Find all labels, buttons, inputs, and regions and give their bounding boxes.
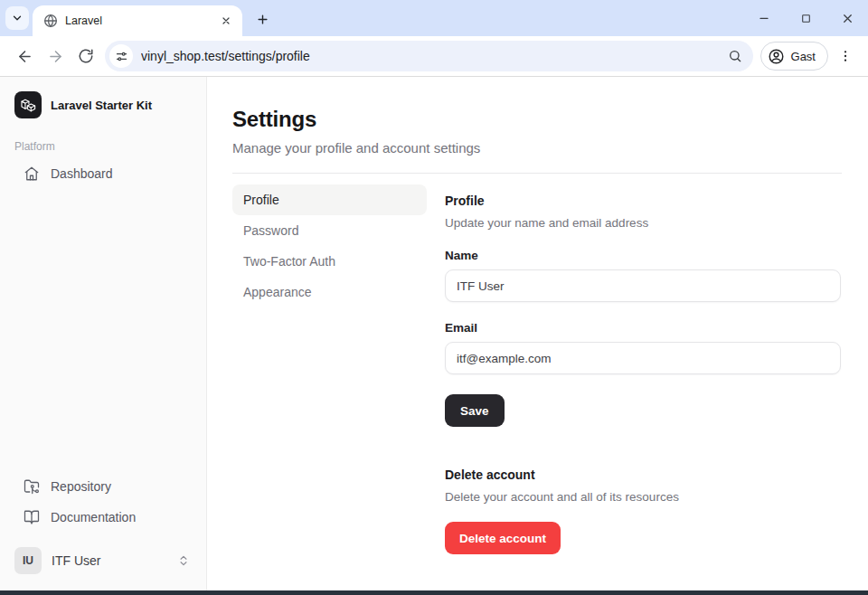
email-label: Email bbox=[445, 321, 841, 335]
tab-title: Laravel bbox=[65, 14, 210, 27]
globe-favicon-icon bbox=[43, 14, 58, 28]
home-icon bbox=[24, 165, 40, 182]
page-subtitle: Manage your profile and account settings bbox=[232, 140, 842, 156]
account-avatar-icon bbox=[768, 48, 785, 65]
taskbar-edge bbox=[0, 590, 868, 595]
profile-label: Gast bbox=[791, 50, 816, 63]
sidebar-user-menu[interactable]: IU ITF User bbox=[9, 542, 197, 580]
delete-account-section: Delete account Delete your account and a… bbox=[445, 468, 841, 554]
sidebar-item-label: Dashboard bbox=[51, 166, 113, 181]
plus-icon bbox=[256, 13, 269, 26]
sidebar-section-label: Platform bbox=[14, 140, 192, 153]
tab-close-icon[interactable] bbox=[217, 12, 235, 30]
email-field[interactable] bbox=[445, 342, 841, 374]
maximize-button[interactable] bbox=[785, 0, 826, 36]
page-content: Laravel Starter Kit Platform Dashboard R… bbox=[0, 77, 868, 590]
page-title: Settings bbox=[232, 107, 842, 132]
delete-account-description: Delete your account and all of its resou… bbox=[445, 490, 841, 504]
close-window-button[interactable] bbox=[826, 0, 868, 36]
name-label: Name bbox=[445, 249, 841, 262]
chevrons-up-down-icon bbox=[177, 554, 190, 567]
laravel-logo-icon bbox=[14, 91, 42, 118]
window-controls bbox=[743, 0, 868, 36]
book-open-icon bbox=[24, 509, 40, 525]
name-field[interactable] bbox=[445, 269, 841, 302]
profile-heading: Profile bbox=[445, 194, 841, 208]
reload-button[interactable] bbox=[71, 41, 101, 71]
minimize-button[interactable] bbox=[743, 0, 785, 36]
sidebar-item-repository[interactable]: Repository bbox=[9, 471, 197, 502]
user-name: ITF User bbox=[52, 553, 167, 568]
browser-tab[interactable]: Laravel bbox=[33, 5, 242, 36]
sidebar-item-documentation[interactable]: Documentation bbox=[9, 502, 197, 533]
browser-profile-button[interactable]: Gast bbox=[760, 42, 828, 71]
sidebar-spacer bbox=[9, 189, 197, 471]
folder-git-icon bbox=[24, 478, 40, 495]
settings-tab-password[interactable]: Password bbox=[232, 215, 427, 246]
browser-menu-icon[interactable] bbox=[832, 41, 859, 71]
settings-tab-appearance[interactable]: Appearance bbox=[232, 277, 427, 307]
sidebar-item-label: Documentation bbox=[51, 510, 136, 524]
zoom-page-icon[interactable] bbox=[724, 45, 746, 67]
forward-button[interactable] bbox=[40, 41, 71, 71]
back-button[interactable] bbox=[9, 41, 40, 71]
browser-toolbar: vinyl_shop.test/settings/profile Gast bbox=[0, 36, 868, 77]
settings-page: Settings Manage your profile and account… bbox=[207, 77, 868, 590]
url-text: vinyl_shop.test/settings/profile bbox=[141, 49, 724, 63]
browser-window: Laravel bbox=[0, 0, 868, 595]
site-settings-icon[interactable] bbox=[109, 44, 133, 68]
settings-layout: Profile Password Two-Factor Auth Appeara… bbox=[232, 184, 842, 554]
save-button[interactable]: Save bbox=[445, 394, 505, 427]
delete-account-heading: Delete account bbox=[445, 468, 841, 482]
app-brand[interactable]: Laravel Starter Kit bbox=[9, 88, 197, 122]
app-sidebar: Laravel Starter Kit Platform Dashboard R… bbox=[0, 77, 207, 590]
settings-tab-profile[interactable]: Profile bbox=[232, 184, 427, 215]
user-avatar: IU bbox=[14, 547, 42, 574]
chevron-down-icon bbox=[11, 12, 24, 24]
settings-nav: Profile Password Two-Factor Auth Appeara… bbox=[232, 184, 427, 554]
new-tab-button[interactable] bbox=[250, 6, 275, 32]
address-bar[interactable]: vinyl_shop.test/settings/profile bbox=[105, 41, 753, 71]
tab-search-button[interactable] bbox=[5, 6, 29, 30]
divider bbox=[232, 173, 842, 174]
sidebar-item-dashboard[interactable]: Dashboard bbox=[9, 158, 197, 189]
tab-strip: Laravel bbox=[0, 0, 868, 36]
sidebar-item-label: Repository bbox=[51, 479, 111, 494]
brand-name: Laravel Starter Kit bbox=[51, 99, 152, 112]
profile-description: Update your name and email address bbox=[445, 216, 841, 230]
settings-tab-two-factor[interactable]: Two-Factor Auth bbox=[232, 246, 427, 277]
delete-account-button[interactable]: Delete account bbox=[445, 522, 561, 554]
profile-form-section: Profile Update your name and email addre… bbox=[445, 184, 841, 554]
